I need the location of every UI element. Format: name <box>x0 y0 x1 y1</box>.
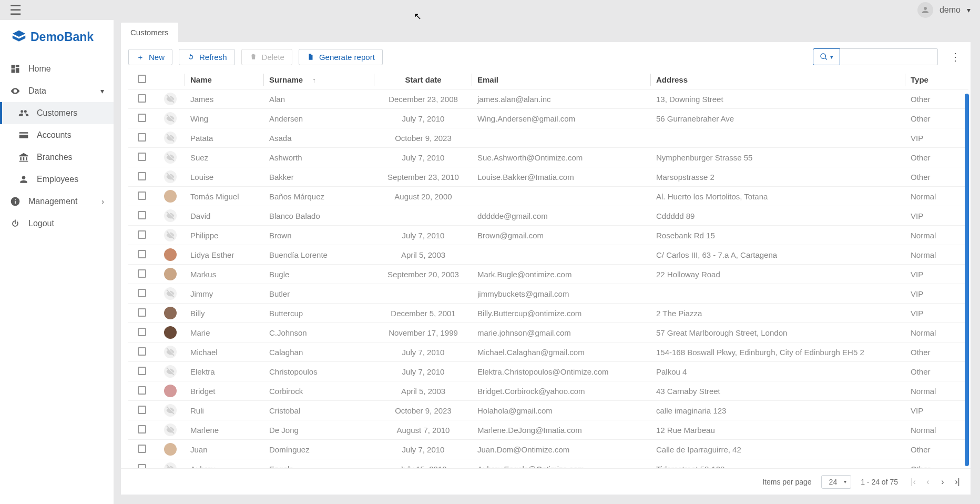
cell-type: VIP <box>905 206 968 226</box>
nav-logout-label: Logout <box>28 219 54 228</box>
table-row[interactable]: RuliCristobalOctober 9, 2023Holahola@gma… <box>128 401 968 420</box>
nav-accounts[interactable]: Accounts <box>0 124 114 146</box>
user-avatar-icon <box>917 2 933 18</box>
cell-address: 154-168 Boswall Pkwy, Edinburgh, City of… <box>651 342 905 362</box>
first-page-button[interactable]: |‹ <box>907 477 919 487</box>
table-row[interactable]: AubreyEngelsJuly 15, 2010Aubrey.Engels@O… <box>128 459 968 469</box>
row-checkbox[interactable] <box>138 153 146 161</box>
header-name[interactable]: Name <box>185 70 264 89</box>
refresh-button[interactable]: Refresh <box>179 49 235 65</box>
nav-customers[interactable]: Customers <box>0 102 114 124</box>
cell-email: Juan.Dom@Ontimize.com <box>472 440 651 459</box>
logo-icon <box>12 29 26 44</box>
header-type[interactable]: Type <box>905 70 968 89</box>
user-menu[interactable]: demo ▾ <box>917 2 971 18</box>
row-checkbox[interactable] <box>138 289 146 297</box>
row-checkbox[interactable] <box>138 406 146 414</box>
header-checkbox[interactable] <box>128 70 156 89</box>
new-button[interactable]: + New <box>128 49 172 65</box>
cell-date: September 20, 2003 <box>374 265 472 284</box>
row-checkbox[interactable] <box>138 114 146 122</box>
cell-name: Philippe <box>185 226 264 245</box>
header-start-date[interactable]: Start date <box>374 70 472 89</box>
page-size-select[interactable]: 24 ▾ <box>821 475 852 489</box>
row-checkbox[interactable] <box>138 464 146 469</box>
table-row[interactable]: SuezAshworthJuly 7, 2010Sue.Ashworth@Ont… <box>128 148 968 167</box>
no-avatar-icon <box>164 287 177 300</box>
cell-address: 13, Downing Street <box>651 89 905 109</box>
no-avatar-icon <box>164 404 177 417</box>
header-address[interactable]: Address <box>651 70 905 89</box>
nav-data[interactable]: Data ▾ <box>0 80 114 102</box>
people-icon <box>18 107 29 119</box>
header-avatar <box>156 70 185 89</box>
cell-date: July 7, 2010 <box>374 148 472 167</box>
cell-email: Michael.Calaghan@gmail.com <box>472 342 651 362</box>
table-row[interactable]: JuanDomínguezJuly 7, 2010Juan.Dom@Ontimi… <box>128 440 968 459</box>
table-row[interactable]: BridgetCorbirockApril 5, 2003Bridget.Cor… <box>128 381 968 401</box>
row-checkbox[interactable] <box>138 367 146 375</box>
cell-address: 2 The Piazza <box>651 304 905 323</box>
table-row[interactable]: PatataAsadaOctober 9, 2023VIP <box>128 128 968 148</box>
generate-report-button[interactable]: Generate report <box>299 49 383 65</box>
sidebar: DemoBank Home Data ▾ Customers Accounts <box>0 20 114 504</box>
nav-customers-label: Customers <box>37 108 77 118</box>
nav-employees[interactable]: Employees <box>0 168 114 190</box>
table-row[interactable]: WingAndersenJuly 7, 2010Wing.Andersen@gm… <box>128 109 968 128</box>
vertical-scrollbar[interactable] <box>965 94 969 466</box>
table-row[interactable]: MarleneDe JongAugust 7, 2010Marlene.DeJo… <box>128 420 968 440</box>
row-checkbox[interactable] <box>138 328 146 336</box>
table-row[interactable]: JimmyButlerjimmybuckets@gmail.comVIP <box>128 284 968 304</box>
row-checkbox[interactable] <box>138 386 146 395</box>
row-checkbox[interactable] <box>138 211 146 219</box>
nav-home[interactable]: Home <box>0 58 114 80</box>
search-input[interactable] <box>840 48 938 65</box>
row-checkbox[interactable] <box>138 230 146 239</box>
table-container: Name Surname↑ Start date Email Address T… <box>121 70 971 468</box>
row-checkbox[interactable] <box>138 445 146 453</box>
next-page-button[interactable]: › <box>937 477 948 487</box>
user-name: demo <box>940 5 961 15</box>
prev-page-button[interactable]: ‹ <box>922 477 934 487</box>
table-row[interactable]: PhilippeBrownJuly 7, 2010Brown@gmail.com… <box>128 226 968 245</box>
more-options-button[interactable]: ⋮ <box>947 49 963 65</box>
cell-name: Juan <box>185 440 264 459</box>
no-avatar-icon <box>164 170 177 183</box>
row-checkbox[interactable] <box>138 347 146 356</box>
search-dropdown-button[interactable]: ▾ <box>813 48 840 65</box>
row-checkbox[interactable] <box>138 94 146 103</box>
new-button-label: New <box>149 53 165 62</box>
nav-management-label: Management <box>28 197 77 206</box>
nav-branches[interactable]: Branches <box>0 146 114 168</box>
cell-email <box>472 245 651 265</box>
table-row[interactable]: MarieC.JohnsonNovember 17, 1999marie.joh… <box>128 323 968 342</box>
header-surname[interactable]: Surname↑ <box>264 70 374 89</box>
cell-date: July 7, 2010 <box>374 109 472 128</box>
row-checkbox[interactable] <box>138 250 146 258</box>
table-row[interactable]: LouiseBakkerSeptember 23, 2010Louise.Bak… <box>128 167 968 187</box>
row-checkbox[interactable] <box>138 133 146 142</box>
table-row[interactable]: Lidya EstherBuendía LorenteApril 5, 2003… <box>128 245 968 265</box>
cell-surname: Butler <box>264 284 374 304</box>
nav-logout[interactable]: Logout <box>0 213 114 235</box>
table-row[interactable]: Tomás MiguelBaños MárquezAugust 20, 2000… <box>128 187 968 206</box>
row-checkbox[interactable] <box>138 191 146 200</box>
row-checkbox[interactable] <box>138 269 146 278</box>
row-checkbox[interactable] <box>138 172 146 180</box>
table-row[interactable]: BillyButtercupDecember 5, 2001Billy.Butt… <box>128 304 968 323</box>
header-email[interactable]: Email <box>472 70 651 89</box>
table-row[interactable]: ElektraChristopoulosJuly 7, 2010Elektra.… <box>128 362 968 381</box>
customer-avatar <box>164 307 177 319</box>
row-checkbox[interactable] <box>138 425 146 434</box>
table-row[interactable]: MichaelCalaghanJuly 7, 2010Michael.Calag… <box>128 342 968 362</box>
tab-customers[interactable]: Customers <box>121 23 178 42</box>
hamburger-icon[interactable]: ☰ <box>9 2 22 18</box>
table-row[interactable]: MarkusBugleSeptember 20, 2003Mark.Bugle@… <box>128 265 968 284</box>
cell-date <box>374 206 472 226</box>
nav-management[interactable]: Management › <box>0 190 114 213</box>
table-row[interactable]: JamesAlanDecember 23, 2008james.alan@ala… <box>128 89 968 109</box>
last-page-button[interactable]: ›| <box>952 477 963 487</box>
page-range: 1 - 24 of 75 <box>861 478 898 486</box>
table-row[interactable]: DavidBlanco Baladoddddde@gmail.comCddddd… <box>128 206 968 226</box>
row-checkbox[interactable] <box>138 308 146 317</box>
